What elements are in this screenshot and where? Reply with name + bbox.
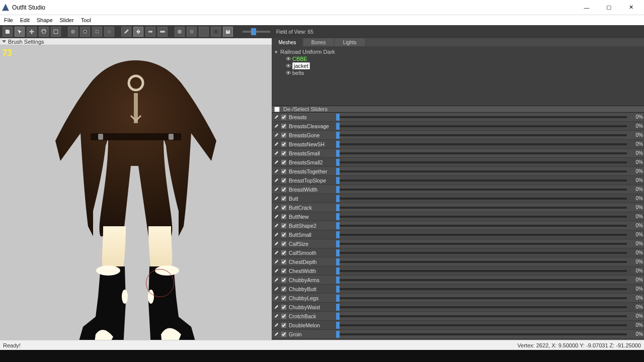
pencil-icon[interactable] bbox=[273, 186, 280, 193]
slider-track[interactable] bbox=[336, 116, 627, 118]
slider-checkbox[interactable] bbox=[281, 313, 287, 319]
slider-checkbox[interactable] bbox=[281, 223, 287, 228]
pencil-icon[interactable] bbox=[273, 159, 280, 166]
slider-track[interactable] bbox=[336, 143, 627, 145]
visibility-icon[interactable]: 👁 bbox=[286, 70, 291, 76]
tool-select[interactable] bbox=[15, 27, 25, 37]
tab-lights[interactable]: Lights bbox=[335, 38, 365, 46]
slider-checkbox[interactable] bbox=[281, 150, 287, 156]
pencil-icon[interactable] bbox=[273, 150, 280, 157]
slider-list[interactable]: Breasts0%BreastsCleavage0%BreastsGone0%B… bbox=[272, 113, 644, 340]
tool-move[interactable] bbox=[27, 27, 37, 37]
slider-track[interactable] bbox=[336, 234, 627, 236]
tool-sphere-2[interactable] bbox=[187, 27, 197, 37]
slider-track[interactable] bbox=[336, 225, 627, 227]
pencil-icon[interactable] bbox=[273, 286, 280, 293]
slider-checkbox[interactable] bbox=[281, 168, 287, 174]
pencil-icon[interactable] bbox=[273, 177, 280, 184]
slider-track[interactable] bbox=[336, 152, 627, 154]
slider-checkbox[interactable] bbox=[281, 177, 287, 183]
slider-track[interactable] bbox=[336, 243, 627, 245]
pencil-icon[interactable] bbox=[273, 123, 280, 130]
slider-track[interactable] bbox=[336, 270, 627, 272]
tool-new[interactable] bbox=[3, 27, 13, 37]
slider-track[interactable] bbox=[336, 252, 627, 254]
tree-item-belts[interactable]: 👁belts bbox=[275, 69, 641, 76]
slider-track[interactable] bbox=[336, 279, 627, 281]
tool-brush-2[interactable] bbox=[80, 27, 90, 37]
tool-mirror-x[interactable] bbox=[133, 27, 143, 37]
slider-checkbox[interactable] bbox=[281, 259, 287, 264]
slider-checkbox[interactable] bbox=[281, 322, 287, 328]
slider-checkbox[interactable] bbox=[281, 205, 287, 210]
pencil-icon[interactable] bbox=[273, 141, 280, 148]
tree-item-cbbe[interactable]: 👁CBBE bbox=[275, 55, 641, 62]
tool-connected-2[interactable] bbox=[157, 27, 168, 37]
slider-track[interactable] bbox=[336, 179, 627, 182]
slider-checkbox[interactable] bbox=[281, 214, 287, 219]
pencil-icon[interactable] bbox=[273, 313, 280, 320]
slider-track[interactable] bbox=[336, 161, 627, 163]
slider-checkbox[interactable] bbox=[281, 123, 287, 129]
slider-track[interactable] bbox=[336, 315, 627, 317]
tab-meshes[interactable]: Meshes bbox=[272, 38, 302, 46]
tool-sphere-4[interactable] bbox=[211, 27, 221, 37]
brush-settings-header[interactable]: Brush Settings bbox=[0, 38, 272, 45]
slider-checkbox[interactable] bbox=[281, 241, 287, 246]
slider-track[interactable] bbox=[336, 134, 627, 136]
tool-view[interactable] bbox=[223, 27, 233, 37]
slider-checkbox[interactable] bbox=[281, 141, 287, 147]
slider-checkbox[interactable] bbox=[281, 268, 287, 274]
visibility-icon[interactable]: 👁 bbox=[286, 63, 291, 69]
slider-checkbox[interactable] bbox=[281, 277, 287, 283]
slider-checkbox[interactable] bbox=[281, 286, 287, 292]
slider-checkbox[interactable] bbox=[281, 114, 287, 120]
slider-checkbox[interactable] bbox=[281, 250, 287, 255]
tree-item-jacket[interactable]: 👁jacket bbox=[275, 62, 641, 69]
tool-connected-1[interactable] bbox=[145, 27, 155, 37]
tool-brush-1[interactable] bbox=[68, 27, 78, 37]
pencil-icon[interactable] bbox=[273, 258, 280, 265]
pencil-icon[interactable] bbox=[273, 249, 280, 256]
tool-edit[interactable] bbox=[121, 27, 131, 37]
pencil-icon[interactable] bbox=[273, 114, 280, 121]
fov-slider[interactable] bbox=[243, 31, 270, 33]
tool-brush-3[interactable] bbox=[92, 27, 102, 37]
close-button[interactable]: ✕ bbox=[620, 1, 642, 15]
pencil-icon[interactable] bbox=[273, 204, 280, 211]
pencil-icon[interactable] bbox=[273, 267, 280, 275]
deselect-all-checkbox[interactable] bbox=[274, 106, 280, 112]
slider-track[interactable] bbox=[336, 333, 627, 335]
pencil-icon[interactable] bbox=[273, 222, 280, 229]
slider-track[interactable] bbox=[336, 125, 627, 127]
slider-checkbox[interactable] bbox=[281, 331, 287, 337]
slider-track[interactable] bbox=[336, 324, 627, 326]
pencil-icon[interactable] bbox=[273, 132, 280, 139]
viewport-3d[interactable]: 73 bbox=[0, 45, 272, 340]
pencil-icon[interactable] bbox=[273, 277, 280, 284]
pencil-icon[interactable] bbox=[273, 195, 280, 202]
slider-track[interactable] bbox=[336, 207, 627, 209]
visibility-icon[interactable]: 👁 bbox=[286, 56, 291, 62]
tool-sphere-1[interactable] bbox=[175, 27, 185, 37]
slider-checkbox[interactable] bbox=[281, 187, 287, 192]
slider-checkbox[interactable] bbox=[281, 159, 287, 165]
tool-scale[interactable] bbox=[51, 27, 61, 37]
slider-checkbox[interactable] bbox=[281, 196, 287, 201]
slider-track[interactable] bbox=[336, 306, 627, 308]
menu-file[interactable]: File bbox=[1, 16, 16, 24]
slider-checkbox[interactable] bbox=[281, 295, 287, 301]
slider-track[interactable] bbox=[336, 216, 627, 218]
pencil-icon[interactable] bbox=[273, 213, 280, 220]
slider-track[interactable] bbox=[336, 288, 627, 290]
tool-rotate[interactable] bbox=[39, 27, 49, 37]
menu-shape[interactable]: Shape bbox=[34, 16, 56, 24]
tree-project[interactable]: ▾Railroad Uniform Dark bbox=[275, 48, 641, 55]
menu-slider[interactable]: Slider bbox=[57, 16, 77, 24]
slider-track[interactable] bbox=[336, 170, 627, 172]
slider-track[interactable] bbox=[336, 198, 627, 200]
maximize-button[interactable]: ▢ bbox=[598, 1, 620, 15]
menu-tool[interactable]: Tool bbox=[78, 16, 94, 24]
minimize-button[interactable]: — bbox=[576, 1, 598, 15]
pencil-icon[interactable] bbox=[273, 322, 280, 329]
